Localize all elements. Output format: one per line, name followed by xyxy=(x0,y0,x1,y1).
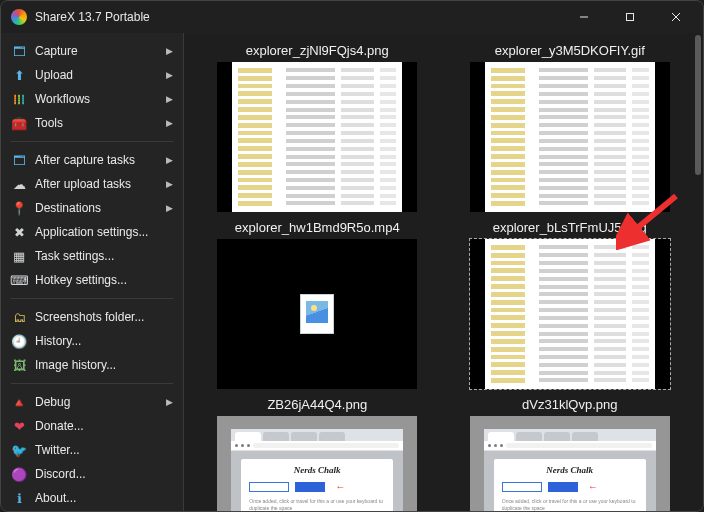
about-icon: ℹ xyxy=(11,490,27,506)
file-name-label: dVz31klQvp.png xyxy=(522,397,617,412)
sidebar-item-label: Discord... xyxy=(35,467,173,481)
sidebar-item-label: Capture xyxy=(35,44,154,58)
close-button[interactable] xyxy=(653,2,699,32)
maximize-button[interactable] xyxy=(607,2,653,32)
file-tile[interactable]: dVz31klQvp.pngNerds Chalk←Once added, cl… xyxy=(451,397,690,511)
sidebar-item-twitter[interactable]: 🐦Twitter... xyxy=(1,438,183,462)
sidebar-item-label: Screenshots folder... xyxy=(35,310,173,324)
sidebar-item-label: After capture tasks xyxy=(35,153,154,167)
destinations-icon: 📍 xyxy=(11,200,27,216)
file-name-label: explorer_hw1Bmd9R5o.mp4 xyxy=(235,220,400,235)
discord-icon: 🟣 xyxy=(11,466,27,482)
file-tile[interactable]: explorer_bLsTrFmUJ5.png xyxy=(451,220,690,389)
sidebar-item-label: Debug xyxy=(35,395,154,409)
twitter-icon: 🐦 xyxy=(11,442,27,458)
chevron-right-icon: ▶ xyxy=(166,179,173,189)
file-name-label: explorer_y3M5DKOFIY.gif xyxy=(495,43,645,58)
history-icon: 🕘 xyxy=(11,333,27,349)
sidebar-item-task-settings[interactable]: ▦Task settings... xyxy=(1,244,183,268)
file-thumbnail[interactable]: Nerds Chalk←Once added, click or travel … xyxy=(470,416,670,511)
workflows-icon: ⁞⁞⁞ xyxy=(11,91,27,107)
content-area: explorer_zjNl9FQjs4.pngexplorer_y3M5DKOF… xyxy=(184,33,703,511)
file-tile[interactable]: ZB26jA44Q4.pngNerds Chalk←Once added, cl… xyxy=(198,397,437,511)
sidebar-item-label: Workflows xyxy=(35,92,154,106)
chevron-right-icon: ▶ xyxy=(166,46,173,56)
file-tile[interactable]: explorer_y3M5DKOFIY.gif xyxy=(451,43,690,212)
thumb-card-title: Nerds Chalk xyxy=(502,465,638,475)
sidebar-item-tools[interactable]: 🧰Tools▶ xyxy=(1,111,183,135)
sidebar-item-workflows[interactable]: ⁞⁞⁞Workflows▶ xyxy=(1,87,183,111)
sidebar-item-discord[interactable]: 🟣Discord... xyxy=(1,462,183,486)
sidebar-item-about[interactable]: ℹAbout... xyxy=(1,486,183,510)
task-settings-icon: ▦ xyxy=(11,248,27,264)
chevron-right-icon: ▶ xyxy=(166,94,173,104)
thumb-card-title: Nerds Chalk xyxy=(249,465,385,475)
sidebar-item-label: History... xyxy=(35,334,173,348)
tools-icon: 🧰 xyxy=(11,115,27,131)
file-name-label: explorer_zjNl9FQjs4.png xyxy=(246,43,389,58)
sidebar-item-label: Destinations xyxy=(35,201,154,215)
file-name-label: ZB26jA44Q4.png xyxy=(267,397,367,412)
titlebar[interactable]: ShareX 13.7 Portable xyxy=(1,1,703,33)
sidebar-item-upload[interactable]: ⬆Upload▶ xyxy=(1,63,183,87)
sidebar-item-hotkey-settings[interactable]: ⌨Hotkey settings... xyxy=(1,268,183,292)
image-history-icon: 🖼 xyxy=(11,357,27,373)
sidebar-item-label: Hotkey settings... xyxy=(35,273,173,287)
sidebar-item-screenshots-folder[interactable]: 🗂Screenshots folder... xyxy=(1,305,183,329)
window-title: ShareX 13.7 Portable xyxy=(35,10,553,24)
file-thumbnail[interactable]: Nerds Chalk←Once added, click or travel … xyxy=(217,416,417,511)
menu-separator xyxy=(11,141,173,142)
sidebar-item-capture[interactable]: 🗔Capture▶ xyxy=(1,39,183,63)
file-thumbnail[interactable] xyxy=(217,239,417,389)
sidebar-item-after-capture-tasks[interactable]: 🗔After capture tasks▶ xyxy=(1,148,183,172)
svg-rect-1 xyxy=(627,14,634,21)
thumbnail-grid: explorer_zjNl9FQjs4.pngexplorer_y3M5DKOF… xyxy=(184,33,703,511)
chevron-right-icon: ▶ xyxy=(166,397,173,407)
debug-icon: 🔺 xyxy=(11,394,27,410)
chevron-right-icon: ▶ xyxy=(166,118,173,128)
window-controls xyxy=(561,2,699,32)
donate-icon: ❤ xyxy=(11,418,27,434)
app-logo-icon xyxy=(11,9,27,25)
menu-separator xyxy=(11,298,173,299)
chevron-right-icon: ▶ xyxy=(166,70,173,80)
chevron-right-icon: ▶ xyxy=(166,155,173,165)
minimize-button[interactable] xyxy=(561,2,607,32)
chevron-right-icon: ▶ xyxy=(166,203,173,213)
sidebar-item-label: About... xyxy=(35,491,173,505)
after-capture-tasks-icon: 🗔 xyxy=(11,152,27,168)
sidebar-item-after-upload-tasks[interactable]: ☁After upload tasks▶ xyxy=(1,172,183,196)
sidebar-item-history[interactable]: 🕘History... xyxy=(1,329,183,353)
sidebar-item-label: After upload tasks xyxy=(35,177,154,191)
after-upload-tasks-icon: ☁ xyxy=(11,176,27,192)
screenshots-folder-icon: 🗂 xyxy=(11,309,27,325)
scrollbar[interactable] xyxy=(693,33,703,511)
file-thumbnail[interactable] xyxy=(217,62,417,212)
sidebar-item-label: Donate... xyxy=(35,419,173,433)
hotkey-settings-icon: ⌨ xyxy=(11,272,27,288)
sidebar: 🗔Capture▶⬆Upload▶⁞⁞⁞Workflows▶🧰Tools▶🗔Af… xyxy=(1,33,184,511)
sidebar-item-image-history[interactable]: 🖼Image history... xyxy=(1,353,183,377)
sidebar-item-label: Upload xyxy=(35,68,154,82)
file-tile[interactable]: explorer_zjNl9FQjs4.png xyxy=(198,43,437,212)
sidebar-item-label: Application settings... xyxy=(35,225,173,239)
sidebar-item-label: Twitter... xyxy=(35,443,173,457)
sidebar-item-label: Image history... xyxy=(35,358,173,372)
upload-icon: ⬆ xyxy=(11,67,27,83)
sidebar-item-application-settings[interactable]: ✖Application settings... xyxy=(1,220,183,244)
file-tile[interactable]: explorer_hw1Bmd9R5o.mp4 xyxy=(198,220,437,389)
sidebar-item-destinations[interactable]: 📍Destinations▶ xyxy=(1,196,183,220)
file-thumbnail[interactable] xyxy=(470,239,670,389)
capture-icon: 🗔 xyxy=(11,43,27,59)
sidebar-item-debug[interactable]: 🔺Debug▶ xyxy=(1,390,183,414)
file-name-label: explorer_bLsTrFmUJ5.png xyxy=(493,220,647,235)
sidebar-item-label: Task settings... xyxy=(35,249,173,263)
sidebar-item-label: Tools xyxy=(35,116,154,130)
sidebar-item-donate[interactable]: ❤Donate... xyxy=(1,414,183,438)
application-settings-icon: ✖ xyxy=(11,224,27,240)
app-window: ShareX 13.7 Portable 🗔Capture▶⬆Upload▶⁞⁞… xyxy=(0,0,704,512)
menu-separator xyxy=(11,383,173,384)
file-thumbnail[interactable] xyxy=(470,62,670,212)
